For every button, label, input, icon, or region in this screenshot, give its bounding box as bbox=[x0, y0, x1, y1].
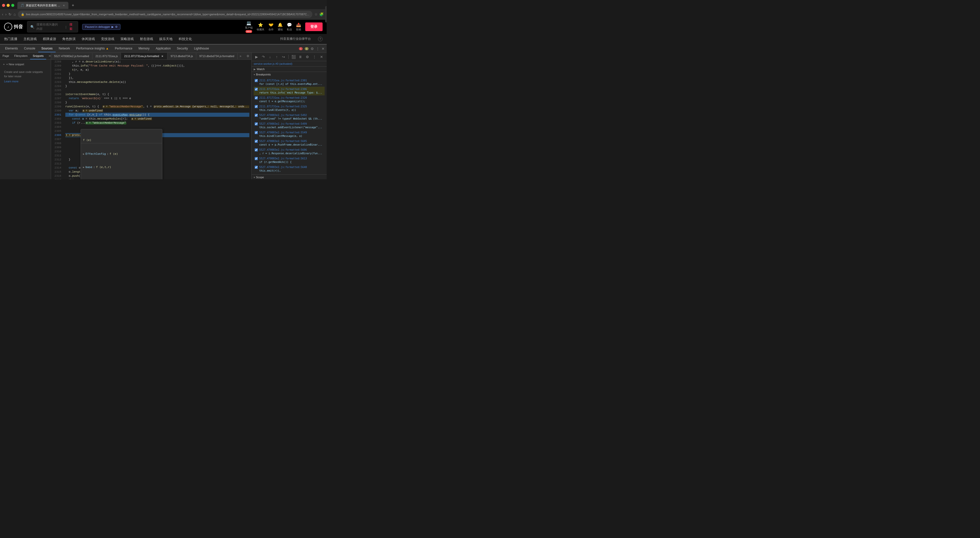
tab-close-button[interactable]: ✕ bbox=[62, 3, 65, 7]
traffic-light-yellow[interactable] bbox=[6, 4, 10, 7]
bookmark-icon[interactable]: ☆ bbox=[314, 12, 318, 16]
search-button-text[interactable]: 搜索 bbox=[69, 22, 75, 31]
nav-item-fps[interactable]: 射击游戏 bbox=[140, 37, 153, 41]
code-editor[interactable]: 2288 2289 2290 2291 2292 2293 2294 2295 … bbox=[51, 60, 251, 179]
bp-checkbox-3[interactable] bbox=[255, 96, 258, 100]
ln-2308: 2308 bbox=[53, 141, 61, 145]
browser-tab-active[interactable]: 🎵 屏超说艺考的抖音直播间 - 抖音... ✕ bbox=[18, 2, 68, 9]
watch-section-header[interactable]: ▶ Watch bbox=[251, 67, 327, 71]
devtools-tab-memory[interactable]: Memory bbox=[135, 45, 153, 52]
header-icon-invest[interactable]: 📤 投稿 bbox=[296, 22, 301, 31]
add-snippet-button[interactable]: + + New snippet bbox=[2, 62, 49, 67]
new-tab-button[interactable]: + bbox=[69, 2, 76, 9]
nav-item-tech[interactable]: 科技文化 bbox=[179, 37, 192, 41]
bp-checkbox-9[interactable] bbox=[255, 148, 258, 151]
debug-settings-icon[interactable]: ⚙ bbox=[304, 54, 310, 60]
step-button[interactable]: ↪ bbox=[281, 54, 286, 60]
header-icon-partner[interactable]: 🤝 合作 bbox=[269, 22, 274, 31]
forward-button[interactable]: › bbox=[5, 11, 6, 18]
bp-checkbox-5[interactable] bbox=[255, 114, 258, 117]
bp-checkbox-7[interactable] bbox=[255, 131, 258, 134]
refresh-button[interactable]: ↻ bbox=[8, 11, 11, 18]
header-icon-client[interactable]: 💻 客户端 NEW bbox=[245, 21, 253, 33]
address-bar[interactable]: 🔒 live.douyin.com/36922314505?cover_type… bbox=[18, 11, 312, 18]
step-over-button[interactable]: ↷ bbox=[260, 54, 266, 60]
bp-checkbox-8[interactable] bbox=[255, 140, 258, 143]
devtools-tab-network[interactable]: Network bbox=[56, 45, 73, 52]
lock-icon: 🔒 bbox=[21, 13, 24, 16]
header-icon-notify[interactable]: 🔔 通知 bbox=[278, 22, 283, 31]
site-search-bar[interactable]: 🔍 搜索你感兴趣的内容 | 搜索 bbox=[27, 21, 78, 32]
tooltip-row-effectconfig[interactable]: ▶ EffectConfig : f (e) bbox=[81, 151, 162, 157]
sources-tab-filesystem[interactable]: Filesystem bbox=[12, 53, 30, 59]
scope-section-header[interactable]: ▾ Scope bbox=[251, 175, 327, 179]
devtools-tab-lighthouse[interactable]: Lighthouse bbox=[191, 45, 212, 52]
nav-item-entertainment[interactable]: 娱乐天地 bbox=[159, 37, 172, 41]
back-button[interactable]: ‹ bbox=[2, 11, 3, 18]
invest-label: 投稿 bbox=[296, 28, 301, 31]
step-into-button[interactable]: ↓ bbox=[267, 54, 273, 60]
devtools-settings-icon[interactable]: ⚙ bbox=[310, 47, 314, 51]
breakpoints-section-header[interactable]: ▾ Breakpoints bbox=[251, 72, 327, 77]
devtools-tab-performance[interactable]: Performance bbox=[112, 45, 135, 52]
file-tab-2111-formatted[interactable]: 2111.871731ea.js:formatted ✕ bbox=[121, 53, 167, 59]
learn-more-link[interactable]: Learn more bbox=[4, 79, 47, 84]
devtools-tab-console[interactable]: Console bbox=[21, 45, 38, 52]
deactivate-breakpoints-button[interactable]: ⬛ bbox=[291, 54, 296, 60]
file-tab-close-icon[interactable]: ✕ bbox=[161, 54, 164, 58]
bp-checkbox-6[interactable] bbox=[255, 122, 258, 125]
traffic-light-green[interactable] bbox=[11, 4, 14, 7]
nav-item-role[interactable]: 角色扮演 bbox=[62, 37, 76, 41]
debug-close-icon[interactable]: ✕ bbox=[318, 54, 325, 60]
header-icon-collection[interactable]: ⭐ 收藏夹 bbox=[257, 22, 264, 31]
code-line-2302: const a = this.messageModules[r]; a = un… bbox=[65, 117, 249, 121]
sources-tab-page[interactable]: Page bbox=[0, 53, 12, 59]
nav-item-console[interactable]: 主机游戏 bbox=[24, 37, 37, 41]
bp-file-7: 5527.470083e2.js:formatted:5549 bbox=[259, 131, 307, 134]
nav-item-strategy[interactable]: 策略游戏 bbox=[121, 37, 134, 41]
devtools-tab-sources[interactable]: Sources bbox=[38, 45, 56, 52]
nav-item-esports[interactable]: 竞技游戏 bbox=[101, 37, 115, 41]
file-tabs-overflow[interactable]: » bbox=[238, 54, 243, 58]
header-icon-message[interactable]: 💬 私信 bbox=[287, 22, 292, 31]
resume-button[interactable]: ▶ bbox=[254, 54, 259, 60]
settings-icon-small[interactable]: ⚙ bbox=[115, 25, 118, 29]
login-button[interactable]: 登录 bbox=[305, 22, 323, 31]
extension-icon[interactable]: 🧩 bbox=[319, 12, 324, 16]
tooltip-row-deserializebin[interactable]: ▶ deserializeBinary : f (e) bbox=[81, 178, 162, 179]
devtools-more-icon[interactable]: ⋮ bbox=[316, 47, 320, 51]
pause-exceptions-button[interactable]: ⏸ bbox=[298, 54, 303, 60]
file-tab-5527[interactable]: 5527.470083e2.js:formatted bbox=[51, 53, 92, 59]
nav-item-hot[interactable]: 热门直播 bbox=[4, 37, 18, 41]
ln-2314: 2314 bbox=[53, 166, 61, 170]
home-button[interactable]: ⌂ bbox=[14, 11, 16, 18]
devtools-close-icon[interactable]: ✕ bbox=[321, 47, 325, 51]
debug-more-icon[interactable]: ⋮ bbox=[311, 54, 318, 60]
collection-label: 收藏夹 bbox=[257, 28, 264, 31]
bp-checkbox-11[interactable] bbox=[255, 166, 258, 169]
tooltip-row-base[interactable]: ▶ base : f (e,t,r) bbox=[81, 165, 162, 170]
traffic-light-red[interactable] bbox=[2, 4, 5, 7]
file-tab-2111-raw[interactable]: 2111.871731ea.js bbox=[92, 53, 121, 59]
sources-tab-snippets[interactable]: Snippets bbox=[30, 53, 46, 59]
bp-checkbox-1[interactable] bbox=[255, 79, 258, 82]
devtools-tab-perf-insights[interactable]: Performance insights ▲ bbox=[73, 45, 112, 52]
step-out-button[interactable]: ↑ bbox=[274, 54, 280, 60]
nav-help-icon[interactable]: ? bbox=[318, 37, 323, 41]
file-tab-9713-raw[interactable]: 9713.dbebd734.js bbox=[167, 53, 196, 59]
devtools-tab-elements[interactable]: Elements bbox=[2, 45, 21, 52]
breakpoint-item-11: 5527.470083e2.js:formatted:5640 this.emi… bbox=[254, 165, 325, 173]
bp-checkbox-10[interactable] bbox=[255, 157, 258, 160]
resume-icon[interactable]: ▶ bbox=[111, 25, 114, 29]
file-tab-9713-formatted[interactable]: 9713.dbebd734.js:formatted bbox=[196, 53, 238, 59]
editor-settings-icon[interactable]: ⚙ bbox=[247, 54, 249, 58]
bp-checkbox-2[interactable] bbox=[255, 88, 258, 91]
nav-item-casual[interactable]: 休闲游戏 bbox=[82, 37, 95, 41]
scope-arrow-icon: ▾ bbox=[254, 176, 255, 179]
devtools-tab-application[interactable]: Application bbox=[153, 45, 174, 52]
no-trace-badge: 无痕模式 bbox=[325, 6, 327, 22]
ln-2295: 2295 bbox=[53, 88, 61, 92]
devtools-tab-security[interactable]: Security bbox=[174, 45, 191, 52]
nav-item-board[interactable]: 棋牌桌游 bbox=[43, 37, 56, 41]
bp-checkbox-4[interactable] bbox=[255, 105, 258, 108]
